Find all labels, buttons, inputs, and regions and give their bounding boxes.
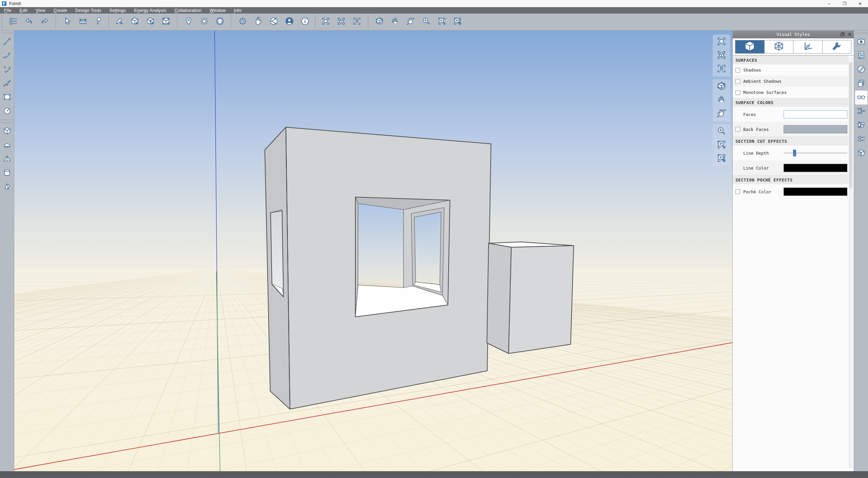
share-globe-button[interactable] [268, 16, 280, 28]
cylinder-tool-button[interactable] [1, 166, 13, 180]
frame-square-viewport-button[interactable] [714, 35, 729, 49]
menu-info[interactable]: Info [230, 7, 245, 14]
menu-window[interactable]: Window [205, 7, 230, 14]
minimize-button[interactable]: – [821, 0, 837, 7]
small-box-right-face[interactable] [509, 246, 574, 353]
checkbox-ambient-shadows[interactable] [735, 79, 740, 84]
circle-tool-button[interactable] [1, 104, 13, 118]
section-cube-panel-button[interactable] [855, 146, 867, 160]
frame-human-button[interactable] [351, 16, 363, 28]
cube-lightning-button[interactable] [144, 16, 156, 28]
small-box[interactable] [487, 242, 574, 353]
wedge-tool-button[interactable] [1, 180, 13, 194]
group-add-button[interactable] [160, 16, 172, 28]
layers-panel-button[interactable] [855, 77, 867, 91]
close-panel-icon[interactable] [848, 31, 852, 38]
energy-ring-button[interactable]: 19.1 [214, 16, 226, 28]
pyramid-tool-button[interactable] [1, 152, 13, 166]
dome-tool-button[interactable] [1, 138, 13, 152]
slider-thumb[interactable] [793, 150, 796, 156]
select-cursor-button[interactable] [61, 16, 73, 28]
gear-button[interactable] [236, 16, 249, 28]
orbit-viewport-button[interactable] [714, 80, 729, 94]
small-box-left-face[interactable] [487, 243, 511, 353]
hinge-panel-button[interactable] [855, 118, 867, 132]
touch-hand-button[interactable] [252, 16, 264, 28]
arc-center-tool-button[interactable] [1, 63, 13, 77]
look-around-viewport-button[interactable] [714, 94, 729, 107]
cube-add-button[interactable] [129, 16, 141, 28]
box-tool-button[interactable] [1, 125, 13, 138]
line-tool-button[interactable] [1, 35, 13, 49]
location-pin-button[interactable] [182, 16, 195, 28]
menu-create[interactable]: Create [50, 7, 71, 14]
glasses-icon [857, 93, 866, 103]
arc-tool-button[interactable] [1, 49, 13, 63]
color-swatch-line-color[interactable] [784, 164, 847, 172]
menu-settings[interactable]: Settings [105, 7, 130, 14]
close-button[interactable]: ✕ [852, 0, 868, 7]
orbit-button[interactable] [373, 16, 386, 28]
info-circle-button[interactable] [299, 16, 311, 28]
pan-hand-button[interactable] [405, 16, 417, 28]
tab-cube-solid[interactable] [735, 40, 765, 54]
menu-energy-analysis[interactable]: Energy Analysis [130, 7, 171, 14]
checkbox-poché-color[interactable] [735, 189, 740, 194]
dimension-button[interactable] [77, 16, 89, 28]
filters-panel-button[interactable] [855, 132, 867, 146]
slider-line-depth[interactable] [784, 150, 847, 156]
frame-human-viewport-button[interactable] [714, 62, 729, 76]
tab-cube-wireframe[interactable] [765, 40, 794, 54]
glasses-panel-button[interactable] [855, 91, 867, 104]
frame-cube-button[interactable] [335, 16, 347, 28]
zoom-window-viewport-button[interactable] [714, 138, 729, 152]
zoom-in-button[interactable] [420, 16, 432, 28]
materials-brush-panel-button[interactable] [855, 63, 867, 77]
look-around-button[interactable] [389, 16, 401, 28]
toolbar-separator [315, 15, 315, 29]
title-bar: FormIt –❐✕ [0, 0, 868, 7]
user-avatar-button[interactable] [283, 16, 295, 28]
menu-design-tools[interactable]: Design Tools [71, 7, 105, 14]
redo-button[interactable] [38, 16, 51, 28]
menu-view[interactable]: View [32, 7, 50, 14]
sun-button[interactable] [198, 16, 210, 28]
panel-scrollbar-thumb[interactable] [849, 62, 852, 188]
camera-panel-button[interactable] [855, 35, 867, 49]
main-toolbar: 19.1 [0, 14, 868, 31]
tab-axes-grid[interactable] [793, 40, 823, 54]
restore-button[interactable]: ❐ [837, 0, 852, 7]
frame-cube-viewport-button[interactable] [714, 49, 729, 62]
zoom-window-button[interactable] [436, 16, 448, 28]
label: Shadows [743, 68, 761, 73]
color-swatch-faces[interactable] [784, 110, 847, 118]
menu-file[interactable]: File [0, 7, 16, 14]
viewport-3d[interactable] [14, 31, 732, 471]
checkbox-back-faces[interactable] [735, 127, 740, 132]
zoom-object-button[interactable] [451, 16, 463, 28]
tab-wrench[interactable] [823, 40, 852, 54]
frame-square-button[interactable] [319, 16, 332, 28]
panel-scrollbar[interactable] [848, 58, 853, 468]
spline-tool-button[interactable] [1, 77, 13, 91]
panel-header[interactable]: Visual Styles [733, 31, 854, 38]
pan-hand-viewport-button[interactable] [714, 107, 729, 121]
color-swatch-back-faces[interactable] [784, 125, 847, 133]
checkbox-shadows[interactable] [735, 68, 740, 73]
undo-button[interactable] [23, 16, 35, 28]
color-swatch-poché-color[interactable] [784, 188, 847, 196]
menu-collaboration[interactable]: Collaboration [171, 7, 205, 14]
circle-tool-icon [3, 107, 12, 117]
zoom-object-viewport-button[interactable] [714, 152, 729, 166]
menu-list-button[interactable] [7, 16, 19, 28]
plumb-pin-button[interactable] [92, 16, 104, 28]
checkbox-monotone-surfaces[interactable] [735, 90, 740, 95]
rectangle-tool-button[interactable] [1, 91, 13, 104]
float-panel-icon[interactable] [841, 31, 845, 38]
zoom-in-viewport-button[interactable] [714, 125, 729, 138]
tree-panel-button[interactable] [855, 104, 867, 118]
properties-panel-button[interactable] [855, 49, 867, 63]
frame-square-icon [321, 17, 330, 27]
pencil-add-button[interactable] [113, 16, 125, 28]
menu-edit[interactable]: Edit [16, 7, 32, 14]
